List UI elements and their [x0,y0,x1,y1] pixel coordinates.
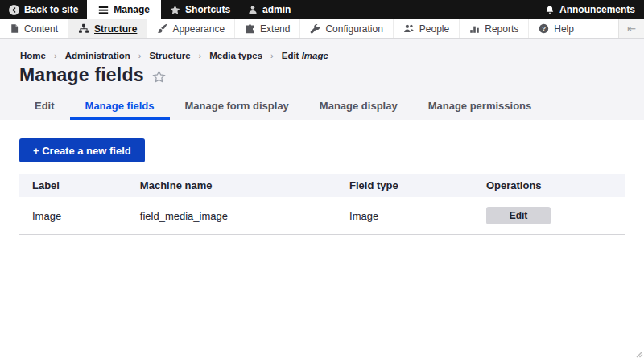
person-icon [248,5,258,14]
menu-item-label: Content [24,23,58,35]
edit-field-button[interactable]: Edit [486,207,551,224]
tab-manage-form-display[interactable]: Manage form display [170,93,304,120]
back-to-site-link[interactable]: Back to site [0,0,87,19]
announcements-link[interactable]: Announcements [536,0,644,19]
column-header-machine-name: Machine name [127,174,336,197]
menu-item-label: Structure [94,23,137,35]
svg-text:?: ? [542,25,546,32]
puzzle-icon [245,23,255,34]
announcements-label: Announcements [559,4,635,15]
tab-manage-fields[interactable]: Manage fields [70,93,170,120]
page-title: Manage fields [19,64,144,86]
file-icon [10,23,19,34]
tab-edit[interactable]: Edit [19,93,70,120]
table-header-row: Label Machine name Field type Operations [19,174,625,197]
cell-field-label: Image [19,197,127,235]
menu-item-extend[interactable]: Extend [235,19,300,38]
column-header-label: Label [19,174,127,197]
admin-menu-bar: Content Structure Appearance Extend Conf… [0,19,644,39]
bell-icon [545,5,555,15]
cell-field-type: Image [336,197,473,235]
wrench-icon [310,23,320,34]
hamburger-icon [98,5,109,15]
user-label: admin [262,4,291,15]
back-arrow-icon [9,5,19,15]
tab-manage-permissions[interactable]: Manage permissions [413,93,547,120]
menu-item-reports[interactable]: Reports [460,19,529,38]
manage-label: Manage [114,4,150,15]
star-filled-icon [170,5,180,15]
breadcrumb-media-types[interactable]: Media types [209,51,262,60]
breadcrumb-administration[interactable]: Administration [65,51,130,60]
breadcrumb-current: Edit Image [282,51,328,60]
breadcrumb-separator: › [270,51,274,60]
breadcrumb-separator: › [54,51,57,60]
breadcrumb-current-entity: Image [302,51,328,60]
tab-manage-display[interactable]: Manage display [304,93,413,120]
menu-item-label: Configuration [325,23,382,35]
create-new-field-button[interactable]: + Create a new field [19,138,145,162]
column-header-field-type: Field type [336,174,473,197]
breadcrumb: Home › Administration › Structure › Medi… [0,51,644,60]
sitemap-icon [78,23,89,34]
menu-item-structure[interactable]: Structure [68,19,147,38]
shortcuts-label: Shortcuts [185,4,230,15]
user-menu[interactable]: admin [239,0,299,19]
cell-machine-name: field_media_image [127,197,336,235]
primary-tabs: Edit Manage fields Manage form display M… [0,87,644,120]
bar-chart-icon [469,23,480,34]
back-to-site-label: Back to site [24,4,78,15]
main-content: + Create a new field Label Machine name … [0,120,644,235]
toolbar-orientation-toggle[interactable]: ⇤ [618,19,644,38]
column-header-operations: Operations [473,174,625,197]
breadcrumb-home[interactable]: Home [20,51,46,60]
menu-item-label: Appearance [172,23,225,35]
fields-table: Label Machine name Field type Operations… [19,174,625,235]
resize-grip-icon[interactable] [634,347,643,361]
menu-item-label: Extend [260,23,290,35]
menu-item-label: People [419,23,449,35]
page-header: Home › Administration › Structure › Medi… [0,39,644,120]
menu-item-people[interactable]: People [394,19,460,38]
brush-icon [157,23,167,34]
breadcrumb-separator: › [199,51,202,60]
menu-item-content[interactable]: Content [0,19,68,38]
menu-item-appearance[interactable]: Appearance [147,19,235,38]
title-row: Manage fields [0,60,644,87]
admin-topbar: Back to site Manage Shortcuts admin Anno… [0,0,644,19]
breadcrumb-structure[interactable]: Structure [149,51,190,60]
topbar-spacer [299,0,536,19]
table-row: Image field_media_image Image Edit [19,197,625,235]
manage-tab[interactable]: Manage [87,0,161,19]
menu-item-configuration[interactable]: Configuration [300,19,393,38]
people-icon [403,23,415,34]
menu-item-help[interactable]: ? Help [529,19,584,38]
bookmark-star-icon[interactable] [152,70,166,84]
collapse-left-icon: ⇤ [627,23,636,35]
menu-item-label: Reports [485,23,518,35]
menu-item-label: Help [554,23,574,35]
question-icon: ? [539,23,549,34]
shortcuts-link[interactable]: Shortcuts [161,0,239,19]
breadcrumb-separator: › [138,51,142,60]
